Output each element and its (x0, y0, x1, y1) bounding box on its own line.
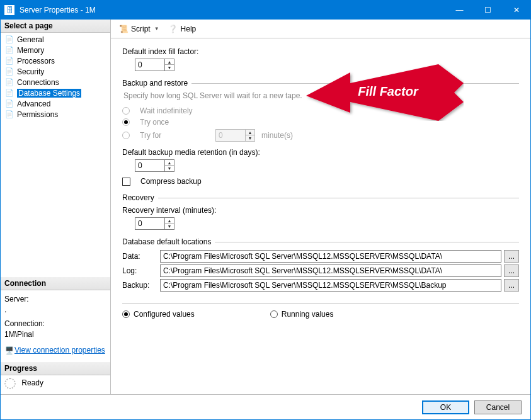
nav-memory[interactable]: 📄Memory (1, 45, 110, 55)
cancel-button[interactable]: Cancel (474, 400, 522, 414)
server-label: Server: (4, 295, 106, 304)
running-values-radio[interactable] (270, 310, 278, 318)
footer: OK Cancel (1, 394, 530, 419)
progress-value: Ready (21, 378, 43, 387)
titlebar: 🗄 Server Properties - 1M — ☐ ✕ (1, 1, 530, 20)
left-panel: Select a page 📄General 📄Memory 📄Processo… (1, 20, 111, 394)
page-icon: 📄 (4, 110, 14, 120)
connection-icon: 🖥️ (4, 345, 14, 355)
select-page-header: Select a page (1, 20, 110, 33)
wait-indefinitely-radio (122, 107, 130, 115)
log-label: Log: (122, 266, 160, 275)
ok-button[interactable]: OK (422, 400, 469, 414)
toolbar: 📜 Script ▼ ❔ Help (111, 20, 530, 38)
retention-input[interactable] (135, 159, 165, 172)
nav-list: 📄General 📄Memory 📄Processors 📄Security 📄… (1, 33, 110, 121)
window: 🗄 Server Properties - 1M — ☐ ✕ Select a … (0, 0, 531, 420)
nav-database-settings[interactable]: 📄Database Settings (1, 88, 110, 98)
page-icon: 📄 (4, 35, 14, 45)
configured-values-radio[interactable] (122, 310, 130, 318)
nav-general[interactable]: 📄General (1, 34, 110, 45)
recovery-interval-label: Recovery interval (minutes): (122, 206, 216, 215)
backup-path-input[interactable] (160, 279, 501, 292)
recovery-interval-input[interactable] (135, 217, 165, 230)
help-button[interactable]: ❔ Help (166, 23, 199, 35)
try-for-radio (122, 132, 130, 139)
log-browse-button[interactable]: ... (504, 264, 519, 277)
server-value: . (4, 305, 106, 314)
nav-advanced[interactable]: 📄Advanced (1, 98, 110, 109)
page-icon: 📄 (4, 45, 14, 55)
try-once-label: Try once (140, 118, 169, 127)
compress-label: Compress backup (140, 177, 202, 186)
compress-checkbox[interactable] (122, 178, 130, 186)
data-path-input[interactable] (160, 250, 501, 263)
help-icon: ❔ (168, 24, 178, 34)
retention-spinner[interactable]: ▲▼ (135, 159, 174, 172)
backup-browse-button[interactable]: ... (504, 279, 519, 292)
retention-label: Default backup media retention (in days)… (122, 148, 260, 157)
page-icon: 📄 (4, 56, 14, 66)
backup-restore-group: Backup and restore (122, 79, 188, 88)
maximize-button[interactable]: ☐ (474, 1, 502, 20)
configured-values-label: Configured values (134, 310, 195, 319)
connection-block: Server: . Connection: 1M\Pinal 🖥️ View c… (1, 290, 110, 362)
script-button[interactable]: 📜 Script ▼ (116, 23, 162, 35)
page-icon: 📄 (4, 77, 14, 88)
dialog-body: Select a page 📄General 📄Memory 📄Processo… (1, 20, 530, 394)
page-icon: 📄 (4, 67, 14, 77)
close-button[interactable]: ✕ (502, 1, 530, 20)
data-browse-button[interactable]: ... (504, 250, 519, 263)
progress-icon (4, 378, 16, 389)
nav-security[interactable]: 📄Security (1, 66, 110, 77)
connection-label: Connection: (4, 319, 106, 328)
window-buttons: — ☐ ✕ (445, 1, 530, 20)
page-icon: 📄 (4, 99, 14, 109)
minutes-label: minute(s) (261, 131, 293, 140)
nav-processors[interactable]: 📄Processors (1, 55, 110, 66)
window-title: Server Properties - 1M (20, 6, 96, 14)
try-for-label: Try for (140, 131, 209, 140)
app-icon: 🗄 (4, 5, 14, 15)
db-locations-group: Database default locations (122, 237, 211, 246)
recovery-group: Recovery (122, 193, 154, 202)
progress-header: Progress (1, 362, 110, 375)
script-icon: 📜 (118, 24, 128, 34)
nav-permissions[interactable]: 📄Permissions (1, 109, 110, 120)
view-connection-link[interactable]: View connection properties (14, 346, 105, 355)
connection-header: Connection (1, 277, 110, 290)
fill-factor-label: Default index fill factor: (122, 47, 198, 56)
connection-value: 1M\Pinal (4, 330, 106, 339)
try-once-radio (122, 118, 130, 126)
progress-block: Ready (1, 375, 110, 394)
tape-hint: Specify how long SQL Server will wait fo… (123, 91, 519, 100)
try-for-input (215, 129, 246, 142)
wait-indefinitely-label: Wait indefinitely (140, 106, 193, 115)
data-label: Data: (122, 252, 160, 261)
log-path-input[interactable] (160, 264, 501, 277)
nav-connections[interactable]: 📄Connections (1, 77, 110, 88)
right-panel: 📜 Script ▼ ❔ Help (111, 20, 530, 394)
backup-label: Backup: (122, 281, 160, 290)
page-icon: 📄 (4, 88, 14, 98)
running-values-label: Running values (282, 310, 334, 319)
recovery-interval-spinner[interactable]: ▲▼ (135, 217, 174, 230)
content: Fill Factor Default index fill factor: ▲… (111, 38, 530, 394)
fill-factor-spinner[interactable]: ▲▼ (135, 59, 174, 71)
fill-factor-input[interactable] (135, 59, 165, 71)
try-for-spinner: ▲▼ (215, 129, 255, 142)
spinner-buttons[interactable]: ▲▼ (164, 59, 174, 71)
chevron-down-icon: ▼ (154, 26, 159, 31)
minimize-button[interactable]: — (445, 1, 474, 20)
